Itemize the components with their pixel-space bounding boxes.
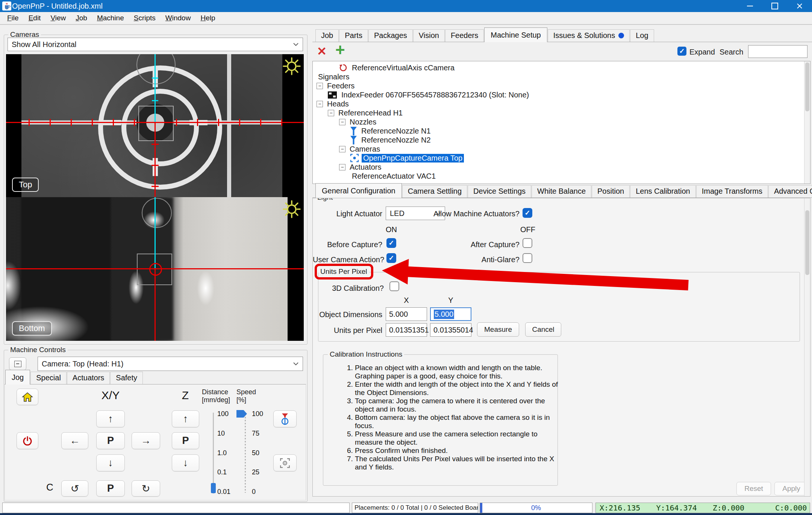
config-tab-advanced-calibration[interactable]: Advanced Calibration: [768, 185, 812, 197]
delete-button[interactable]: ✕: [317, 44, 327, 58]
speed-slider-handle[interactable]: [236, 410, 247, 418]
collapse-toggle-icon[interactable]: −: [339, 164, 345, 170]
park-xy-button[interactable]: P: [96, 432, 125, 449]
menu-scripts[interactable]: Scripts: [129, 14, 161, 22]
tree-item-actuators[interactable]: −Actuators: [313, 163, 810, 172]
close-icon[interactable]: [787, 0, 812, 12]
after-capture-checkbox[interactable]: [523, 238, 532, 248]
position-camera-button[interactable]: [273, 454, 297, 471]
rotate-cw-button[interactable]: ↻: [132, 480, 160, 497]
tab-job[interactable]: Job: [315, 29, 339, 42]
units-per-pixel-x-input[interactable]: 0.01351351: [386, 323, 427, 337]
config-tab-position[interactable]: Position: [592, 185, 630, 197]
tab-packages[interactable]: Packages: [368, 29, 413, 42]
apply-button[interactable]: Apply: [774, 482, 808, 495]
power-button[interactable]: [17, 432, 38, 449]
jog-y-plus-button[interactable]: ↑: [96, 410, 125, 427]
jog-y-minus-button[interactable]: ↓: [96, 454, 125, 471]
cancel-button[interactable]: Cancel: [525, 322, 561, 337]
control-tab-jog[interactable]: Jog: [5, 370, 30, 384]
control-tab-safety[interactable]: Safety: [110, 372, 143, 384]
config-tab-camera-settling[interactable]: Camera Settling: [402, 185, 467, 197]
camera-view-select[interactable]: Show All Horizontal: [8, 38, 303, 51]
tree-item-cameras[interactable]: −Cameras: [313, 144, 810, 153]
top-camera-view[interactable]: Top: [6, 54, 304, 197]
jog-x-minus-button[interactable]: ←: [61, 432, 88, 449]
jog-x-plus-button[interactable]: →: [132, 432, 160, 449]
tree-item-nozzles[interactable]: −Nozzles: [313, 117, 810, 126]
object-dimension-y-input[interactable]: 5.000: [430, 307, 471, 321]
config-tab-white-balance[interactable]: White Balance: [532, 185, 591, 197]
allow-machine-actuators-checkbox[interactable]: [523, 208, 532, 218]
control-tab-actuators[interactable]: Actuators: [67, 372, 110, 384]
head-camera-select[interactable]: Camera: Top (Head: H1): [38, 357, 303, 371]
before-capture-checkbox[interactable]: [386, 238, 396, 248]
measure-button[interactable]: Measure: [477, 322, 519, 337]
config-tab-image-transforms[interactable]: Image Transforms: [696, 185, 768, 197]
units-per-pixel-y-input[interactable]: 0.01355014: [430, 323, 471, 337]
scrollbar-thumb[interactable]: [805, 62, 809, 111]
collapse-controls-button[interactable]: [9, 357, 26, 370]
tab-machine-setup[interactable]: Machine Setup: [484, 27, 547, 42]
tab-parts[interactable]: Parts: [339, 29, 368, 42]
collapse-toggle-icon[interactable]: −: [317, 83, 323, 89]
bottom-camera-view[interactable]: Bottom: [6, 197, 304, 341]
search-input[interactable]: [748, 45, 807, 58]
menu-job[interactable]: Job: [71, 14, 92, 22]
maximize-icon[interactable]: [762, 0, 787, 12]
jog-z-plus-button[interactable]: ↑: [172, 410, 199, 427]
tab-vision[interactable]: Vision: [413, 29, 445, 42]
control-tab-special[interactable]: Special: [30, 372, 67, 384]
tab-log[interactable]: Log: [630, 29, 654, 42]
distance-slider-handle[interactable]: [211, 483, 216, 493]
tree-item-signalers[interactable]: Signalers: [313, 72, 810, 81]
nozzle-change-button[interactable]: [273, 410, 297, 427]
content-scrollbar[interactable]: [804, 198, 810, 496]
tree-item-openpnpcapturecamera-top[interactable]: OpenPnpCaptureCamera Top: [313, 153, 810, 163]
config-tab-lens-calibration[interactable]: Lens Calibration: [630, 185, 696, 197]
3d-calibration-checkbox[interactable]: [389, 281, 399, 291]
collapse-toggle-icon[interactable]: −: [317, 101, 323, 107]
speed-header: Speed[%]: [236, 388, 263, 404]
park-c-button[interactable]: P: [96, 480, 125, 497]
object-dimension-x-input[interactable]: 5.000: [386, 307, 427, 321]
menu-view[interactable]: View: [45, 14, 71, 22]
menu-file[interactable]: File: [2, 14, 24, 22]
tree-item-indexfeeder-0670ff565457888367212340-slot-none[interactable]: IndexFeeder 0670FF565457888367212340 (Sl…: [313, 90, 810, 99]
tab-issues-solutions[interactable]: Issues & Solutions: [548, 29, 630, 42]
tree-item-referenceactuator-vac1[interactable]: ReferenceActuator VAC1: [313, 172, 810, 181]
add-button[interactable]: +: [335, 41, 345, 59]
speed-slider-track[interactable]: [245, 414, 246, 493]
park-z-button[interactable]: P: [172, 432, 199, 449]
tree-item-referencenozzle-n2[interactable]: ReferenceNozzle N2: [313, 135, 810, 144]
collapse-toggle-icon[interactable]: −: [339, 146, 345, 152]
collapse-toggle-icon[interactable]: −: [339, 119, 345, 125]
tab-feeders[interactable]: Feeders: [445, 29, 484, 42]
tree-item-referencevirtualaxis-ccamera[interactable]: ReferenceVirtualAxis cCamera: [313, 63, 810, 72]
minimize-icon[interactable]: [738, 0, 762, 12]
collapse-toggle-icon[interactable]: −: [328, 110, 334, 116]
distance-slider-track[interactable]: [213, 413, 214, 494]
menu-help[interactable]: Help: [195, 14, 220, 22]
tree-item-referencenozzle-n1[interactable]: ReferenceNozzle N1: [313, 126, 810, 135]
menu-machine[interactable]: Machine: [92, 14, 129, 22]
reset-button[interactable]: Reset: [736, 482, 771, 495]
config-tab-device-settings[interactable]: Device Settings: [468, 185, 531, 197]
config-tab-general-configuration[interactable]: General Configuration: [315, 183, 402, 198]
scrollbar-thumb[interactable]: [805, 210, 809, 275]
selection-rectangle[interactable]: [138, 106, 174, 141]
menu-window[interactable]: Window: [161, 14, 196, 22]
brightness-sun-icon[interactable]: [282, 199, 301, 219]
user-camera-action-checkbox[interactable]: [386, 253, 396, 263]
expand-checkbox[interactable]: [677, 47, 686, 56]
tree-item-heads[interactable]: −Heads: [313, 99, 810, 108]
home-button[interactable]: [17, 389, 38, 405]
tree-scrollbar[interactable]: [804, 61, 810, 184]
tree-item-referencehead-h1[interactable]: −ReferenceHead H1: [313, 108, 810, 117]
rotate-ccw-button[interactable]: ↺: [61, 480, 88, 497]
brightness-sun-icon[interactable]: [282, 56, 301, 76]
anti-glare-checkbox[interactable]: [523, 253, 532, 263]
tree-item-feeders[interactable]: −Feeders: [313, 81, 810, 90]
menu-edit[interactable]: Edit: [24, 14, 46, 22]
jog-z-minus-button[interactable]: ↓: [172, 454, 199, 471]
